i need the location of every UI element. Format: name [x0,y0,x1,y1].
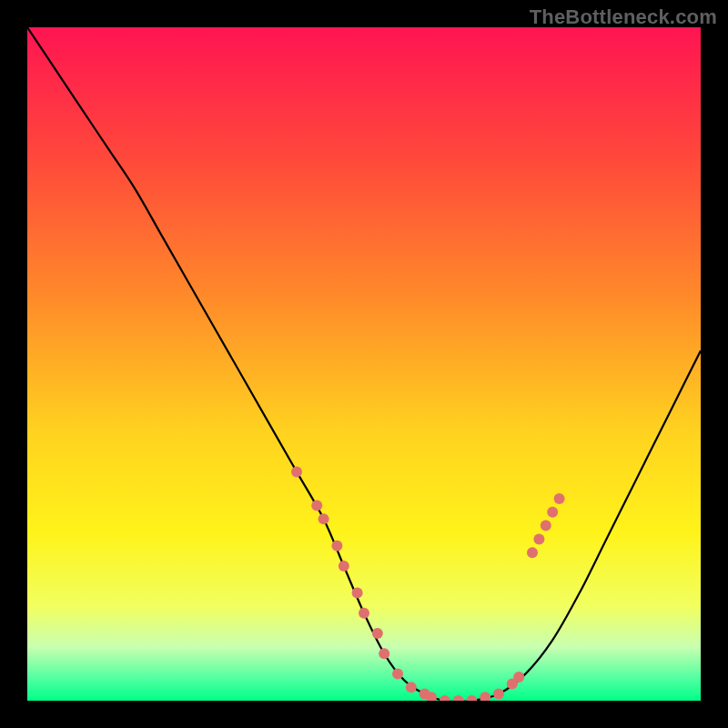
curve-dot [331,541,342,551]
curve-dot [547,507,558,518]
curve-dot [318,513,329,524]
curve-dot [527,547,538,558]
curve-dot [359,608,369,619]
chart-svg [0,0,728,728]
curve-dot [533,533,544,544]
curve-dot [291,466,302,477]
curve-dot [493,689,504,700]
curve-dot [311,500,322,511]
chart-stage: TheBottleneck.com [0,0,728,728]
curve-dot [372,628,383,639]
curve-dot [352,588,363,599]
curve-dot [392,668,403,679]
plot-background [27,27,701,701]
curve-dot [379,648,389,659]
curve-dot [513,672,524,682]
watermark-text: TheBottleneck.com [530,5,717,29]
curve-dot [554,493,565,504]
curve-dot [406,682,417,693]
curve-dot [339,561,349,571]
curve-dot [541,521,551,531]
